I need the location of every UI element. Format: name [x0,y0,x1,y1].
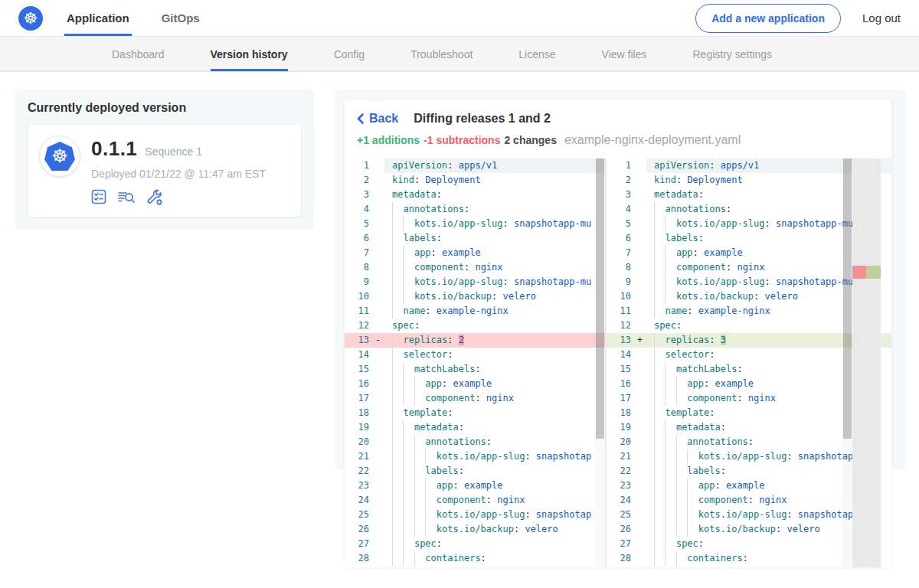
line-number: 20 [607,435,637,449]
indent-guide [654,246,655,260]
indent-guide [392,304,393,318]
add-new-application-button[interactable]: Add a new application [695,4,841,33]
indent-guide [414,435,415,449]
indent-guide [654,217,655,231]
indent-guide [676,377,677,391]
diff-sign [637,493,646,508]
line-number: 15 [345,362,375,377]
line-number: 23 [345,479,375,493]
back-button[interactable]: Back [357,112,398,126]
line-number: 13 [345,333,375,348]
indent-guide [403,479,404,493]
indent-guide [654,420,655,435]
line-number: 22 [345,464,375,479]
indent-guide [403,377,404,391]
indent-guide [654,551,655,566]
indent-guide [676,493,677,508]
code-line: 18 template: [345,406,605,420]
indent-guide [654,391,655,406]
indent-guide [403,289,404,304]
indent-guide [392,391,393,406]
line-number: 25 [607,508,637,522]
scrollbar-thumb[interactable] [843,158,852,439]
app-logo: ☸ [39,136,80,177]
tab-application[interactable]: Application [64,0,132,36]
indent-guide [665,260,666,275]
code-line: 7 app: example [345,246,605,260]
diff-sign [637,391,646,406]
logout-link[interactable]: Log out [862,11,901,24]
indent-guide [654,464,655,479]
indent-guide [654,260,655,275]
tab-gitops[interactable]: GitOps [159,0,202,36]
indent-guide [654,333,655,348]
diff-filename: example-nginx-deployment.yaml [564,133,741,147]
line-number: 6 [607,231,637,246]
subtractions-count: -1 subtractions [424,134,500,146]
code-line: 26 kots.io/backup: velero [345,522,605,537]
tab-troubleshoot[interactable]: Troubleshoot [410,37,473,71]
indent-guide [403,275,404,289]
line-number: 4 [345,202,375,217]
view-deploy-logs-icon[interactable] [116,188,136,206]
diff-sign [375,537,384,551]
line-number: 11 [607,304,637,318]
preflight-checks-icon[interactable] [90,188,108,206]
indent-guide [654,449,655,464]
tab-view-files[interactable]: View files [602,37,647,71]
indent-guide [654,377,655,391]
indent-guide [392,464,393,479]
code-line: 22 labels: [345,464,605,479]
diff-sign: + [637,333,646,348]
diff-sign [637,173,646,188]
tab-license[interactable]: License [518,37,555,71]
indent-guide [392,435,393,449]
indent-guide [392,231,393,246]
diff-sign [375,377,384,391]
code-line: 21 kots.io/app-slug: snapshotap [345,449,605,464]
code-line: 2kind: Deployment [345,173,605,188]
tab-dashboard[interactable]: Dashboard [112,37,165,71]
diff-sign [375,289,384,304]
currently-deployed-card: Currently deployed version ☸ 0.1.1 Seque… [15,89,314,230]
line-number: 11 [345,304,375,318]
indent-guide [414,391,415,406]
diff-sign [375,158,384,173]
indent-guide [403,449,404,464]
indent-guide [665,479,666,493]
indent-guide [665,551,666,566]
diff-sign [375,275,384,289]
indent-guide [676,464,677,479]
diff-pane-modified: 1apiVersion: apps/v12kind: Deployment3me… [605,158,891,567]
line-number: 19 [345,420,375,435]
line-number: 2 [607,173,637,188]
diff-sign [375,449,384,464]
tab-config[interactable]: Config [334,37,365,71]
indent-guide [676,508,677,522]
line-number: 20 [345,435,375,449]
diff-sign [637,348,646,362]
indent-guide [403,464,404,479]
indent-guide [392,362,393,377]
diff-sign [637,362,646,377]
indent-guide [392,537,393,551]
diff-sign: - [375,333,384,348]
indent-guide [687,522,688,537]
tab-version-history[interactable]: Version history [211,37,288,71]
tab-registry-settings[interactable]: Registry settings [692,37,771,71]
line-number: 26 [345,522,375,537]
diff-sign [375,464,384,479]
scrollbar-thumb[interactable] [596,158,604,439]
scrollbar-left[interactable] [595,158,605,567]
edit-config-icon[interactable] [145,188,165,206]
indent-guide [665,493,666,508]
indent-guide [676,551,677,566]
indent-guide [414,479,415,493]
deployed-version-row: ☸ 0.1.1 Sequence 1 Deployed 01/21/22 @ 1… [28,124,302,217]
scrollbar-right[interactable] [842,158,852,567]
indent-guide [414,464,415,479]
indent-guide [654,493,655,508]
indent-guide [392,275,393,289]
indent-guide [403,537,404,551]
diff-sign [375,348,384,362]
